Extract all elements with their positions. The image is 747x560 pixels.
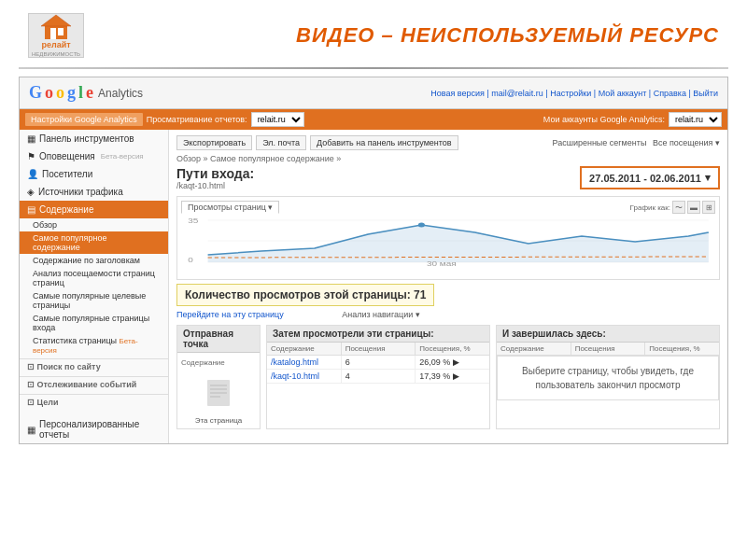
sidebar-sub-analysis[interactable]: Анализ посещаемости страниц страниц (20, 267, 168, 289)
right-col-visits: Посещения (571, 343, 646, 355)
sidebar-item-content[interactable]: ▤ Содержание (20, 201, 168, 218)
sidebar-sub-stats[interactable]: Статистика страницы Бета-версия (20, 334, 168, 357)
pageviews-label: Количество просмотров этой страницы: 71 (185, 288, 426, 301)
sidebar-section-events[interactable]: ⊡ Отслеживание событий (20, 376, 168, 392)
all-visits-btn[interactable]: Все посещения ▾ (653, 138, 720, 147)
ga-source-section: Отправная точка Содержание (176, 325, 261, 429)
chart-ctrl-line[interactable]: 〜 (672, 201, 685, 214)
cell-content-1[interactable]: /katalog.html (267, 356, 342, 369)
add-to-panel-btn[interactable]: Добавить на панель инструментов (310, 135, 458, 150)
svg-text:0: 0 (188, 257, 193, 264)
segments-bar: Расширенные сегменты Все посещения ▾ (552, 138, 720, 147)
sidebar-label-alerts: Оповещения (39, 151, 95, 161)
sidebar-sub-by-title[interactable]: Содержание по заголовкам (20, 254, 168, 267)
sidebar-section-search[interactable]: ⊡ Поиск по сайту (20, 358, 168, 374)
ga-logo-l: l (78, 83, 83, 103)
date-range-text: 27.05.2011 - 02.06.2011 (589, 173, 701, 184)
cell-pct-1: 26,09 % ▶ (416, 356, 489, 369)
middle-table-header: Затем просмотрели эти страницы: (267, 326, 489, 343)
sidebar-sub-top-entry[interactable]: Самые популярные страницы входа (20, 312, 168, 334)
svg-text:30 мая: 30 мая (427, 260, 457, 267)
ga-pageviews: Количество просмотров этой страницы: 71 (176, 284, 434, 306)
chart-tab-label: Просмотры страниц (188, 203, 266, 212)
source-icon (181, 369, 256, 416)
middle-table-subheader: Содержание Посещения Посещения, % (267, 343, 489, 356)
middle-col-pct: Посещения, % (416, 343, 489, 355)
navigation-hint: Анализ навигации ▾ (342, 310, 419, 319)
sidebar-sub-top-landing[interactable]: Самые популярные целевые страницы (20, 289, 168, 312)
ga-logo-g2: g (67, 83, 76, 103)
sidebar-item-dashboard[interactable]: ▦ Панель инструментов (20, 130, 168, 147)
table-row: /kaqt-10.html 4 17,39 % ▶ (267, 370, 489, 384)
source-col-label: Содержание (181, 357, 256, 369)
ga-body: ▦ Панель инструментов ⚑ Оповещения Бета-… (20, 130, 727, 443)
chart-ctrl-compare[interactable]: ⊞ (702, 201, 715, 214)
ga-logo-e: e (86, 83, 93, 103)
sidebar-item-visitors[interactable]: 👤 Посетители (20, 165, 168, 183)
right-col-pct: Посещения, % (645, 343, 719, 355)
ga-my-accounts-label: Мои аккаунты Google Analytics: (543, 115, 665, 124)
email-btn[interactable]: Эл. почта (256, 135, 306, 150)
sidebar-item-traffic[interactable]: ◈ Источники трафика (20, 183, 168, 201)
right-empty-text: Выберите страницу, чтобы увидеть, где по… (505, 364, 711, 392)
cell-visits-2: 4 (342, 370, 416, 383)
right-table-header: И завершилась здесь: (497, 326, 719, 343)
ga-date-range[interactable]: 27.05.2011 - 02.06.2011 ▾ (580, 166, 720, 189)
sidebar-item-alerts[interactable]: ⚑ Оповещения Бета-версия (20, 147, 168, 165)
visitors-icon: 👤 (27, 169, 38, 179)
custom-icon: ▦ (27, 425, 35, 435)
cell-content-2[interactable]: /kaqt-10.html (267, 370, 342, 383)
ga-logo-o2: o (56, 83, 64, 103)
company-logo: релайт НЕДВИЖИМОСТЬ (28, 13, 84, 58)
sidebar-label-visitors: Посетители (42, 169, 92, 179)
right-table-subheader: Содержание Посещения Посещения, % (497, 343, 719, 356)
divider (19, 67, 728, 69)
dashboard-icon: ▦ (27, 133, 35, 144)
ga-main: Экспортировать Эл. почта Добавить на пан… (169, 130, 727, 443)
svg-marker-0 (41, 15, 71, 26)
ga-chart-area: Просмотры страниц ▾ График как: 〜 ▬ ⊞ 35… (176, 196, 720, 280)
page-main-title: ВИДЕО – НЕИСПОЛЬЗУЕМЫЙ РЕСУРС (296, 23, 719, 48)
ga-chart-controls: График как: 〜 ▬ ⊞ (630, 201, 715, 214)
pageviews-link-text: Перейдите на эту страницу (176, 310, 284, 319)
source-header: Отправная точка (177, 326, 260, 353)
svg-point-12 (418, 223, 425, 228)
traffic-icon: ◈ (27, 187, 35, 197)
logo-text: релайт НЕДВИЖИМОСТЬ (32, 41, 80, 58)
table-row: /katalog.html 6 26,09 % ▶ (267, 356, 489, 370)
ga-logo-analytics: Analytics (98, 87, 143, 100)
middle-col-content: Содержание (267, 343, 342, 355)
sidebar-sub-popular[interactable]: Самое популярное содержание (20, 231, 168, 254)
ga-nav-domain-select[interactable]: relait.ru (251, 112, 304, 127)
cell-visits-1: 6 (342, 356, 416, 369)
ga-nav-view-label: Просматривание отчетов: (147, 115, 247, 124)
chart-tab-pageviews[interactable]: Просмотры страниц ▾ (181, 201, 279, 214)
ga-page-title: Пути входа: (176, 166, 254, 181)
ga-breadcrumb: Обзор » Самое популярное содержание » (176, 154, 720, 163)
sidebar-label-dashboard: Панель инструментов (39, 133, 134, 144)
ga-accounts-select[interactable]: relait.ru (669, 112, 722, 127)
all-visits-label: Все посещения (653, 138, 713, 147)
ga-nav-settings-btn[interactable]: Настройки Google Analytics (25, 113, 143, 126)
right-col-content: Содержание (497, 343, 571, 355)
ga-topbar: G o o g l e Analytics Новая версия | mai… (20, 77, 727, 109)
ga-tables-row: Отправная точка Содержание (176, 325, 720, 429)
logo-area: релайт НЕДВИЖИМОСТЬ (28, 13, 84, 58)
ga-logo-g: G (29, 83, 42, 103)
svg-rect-2 (50, 28, 56, 39)
sidebar-sub-overview[interactable]: Обзор (20, 218, 168, 231)
chart-ctrl-bar[interactable]: ▬ (687, 201, 700, 214)
ga-pageviews-link[interactable]: Перейдите на эту страницу Анализ навигац… (176, 310, 720, 319)
sidebar-item-custom[interactable]: ▦ Персонализированные отчеты (20, 415, 168, 443)
middle-col-visits: Посещения (342, 343, 416, 355)
chart-svg: 35 0 30 мая (181, 216, 715, 267)
segments-label: Расширенные сегменты (552, 138, 646, 147)
export-btn[interactable]: Экспортировать (176, 135, 252, 150)
ga-logo: G o o g l e Analytics (29, 83, 143, 103)
svg-text:35: 35 (188, 217, 198, 225)
ga-right-empty-state: Выберите страницу, чтобы увидеть, где по… (497, 356, 719, 400)
graph-label: График как: (630, 203, 670, 212)
date-range-icon: ▾ (705, 172, 711, 184)
ga-right-table: И завершилась здесь: Содержание Посещени… (496, 325, 720, 429)
sidebar-section-goals[interactable]: ⊡ Цели (20, 394, 168, 410)
